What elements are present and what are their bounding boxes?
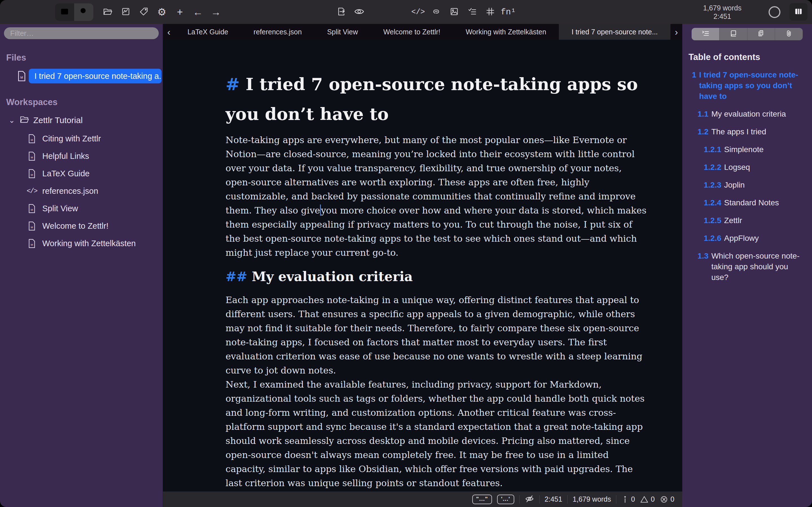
error-icon [660, 495, 668, 504]
stats-icon [121, 6, 131, 18]
document-tab[interactable]: LaTeX Guide [175, 24, 241, 40]
search-button[interactable] [74, 3, 93, 21]
workspace-file-row[interactable]: M </> Split View [27, 200, 163, 217]
sidebar-panel-icon [794, 6, 804, 17]
filter-input[interactable] [4, 27, 159, 39]
file-name: Citing with Zettlr [42, 134, 101, 144]
statusbar-divider [539, 495, 540, 504]
workspace-file-row[interactable]: M </> LaTeX Guide [27, 165, 163, 182]
preview-button[interactable] [350, 4, 368, 20]
toc-icon [701, 29, 710, 39]
open-file-row[interactable]: M I tried 7 open-source note-taking a... [17, 68, 163, 83]
workspace-file-row[interactable]: M </> references.json [27, 182, 163, 200]
markdown-file-icon: M [27, 133, 37, 145]
document-tab[interactable]: Working with Zettelkästen [453, 24, 559, 40]
tab-references[interactable] [719, 28, 748, 40]
paperclip-icon [784, 29, 793, 39]
insert-table-button[interactable] [481, 4, 499, 20]
insert-code-button[interactable]: </> [409, 4, 427, 20]
file-manager-toggle-button[interactable] [55, 3, 74, 21]
toc-item[interactable]: 1.2.1 Simplenote [689, 144, 804, 155]
tab-related-files[interactable] [748, 28, 775, 40]
workspace-file-row[interactable]: M </> Citing with Zettlr [27, 130, 163, 147]
tab-label: Split View [327, 28, 358, 36]
word-count-text: 1,679 words [703, 4, 742, 12]
export-icon [336, 6, 346, 18]
toc-item[interactable]: 1.3 Which open-source note-taking app sh… [689, 251, 804, 283]
toc-item-number: 1.2.1 [704, 144, 721, 155]
statusbar-divider [616, 495, 616, 504]
files-heading: Files [6, 53, 163, 63]
workspace-root-row[interactable]: ⌄ Zettlr Tutorial [8, 113, 163, 128]
stats-button[interactable] [117, 4, 135, 20]
toolbar-word-count: 1,679 words 2:451 [703, 0, 742, 24]
workspace-name: Zettlr Tutorial [33, 115, 83, 125]
diagnostics-info[interactable]: 0 [621, 495, 635, 504]
smart-quotes-single-button[interactable]: '...' [497, 495, 514, 504]
footnote-icon: fn¹ [501, 7, 516, 17]
toc-item[interactable]: 1.2 The apps I tried [689, 126, 804, 137]
markdown-file-icon: M [17, 70, 27, 82]
task-list-button[interactable] [463, 4, 481, 20]
insert-footnote-button[interactable]: fn¹ [499, 4, 517, 20]
plus-icon: + [177, 6, 183, 18]
workspace-file-row[interactable]: M </> Working with Zettelkästen [27, 235, 163, 252]
info-icon [621, 495, 629, 504]
insert-image-button[interactable] [445, 4, 463, 20]
settings-button[interactable]: ⚙ [153, 4, 171, 20]
insert-link-button[interactable] [427, 4, 445, 20]
export-button[interactable] [332, 4, 350, 20]
toggle-sidebar-button[interactable] [790, 3, 808, 20]
document-tab[interactable]: references.json [241, 24, 314, 40]
tabs-scroll-left-button[interactable]: ‹ [163, 24, 175, 40]
document-tab[interactable]: Split View [314, 24, 370, 40]
svg-text:M: M [31, 156, 33, 159]
toc-item[interactable]: 1.2.3 Joplin [689, 180, 804, 190]
tags-button[interactable] [135, 4, 153, 20]
toc-item-number: 1.2.3 [704, 180, 721, 190]
zettlr-window: ⚙ + ← → </> [0, 0, 812, 507]
open-workspace-button[interactable] [99, 4, 117, 20]
toc-item[interactable]: 1.1 My evaluation criteria [689, 109, 804, 119]
file-name: Helpful Links [42, 152, 89, 161]
toc-item[interactable]: 1.2.6 AppFlowy [689, 233, 804, 244]
smart-quotes-double-button[interactable]: "..." [472, 495, 492, 504]
toc-item[interactable]: 1.2.4 Standard Notes [689, 198, 804, 208]
eye-off-icon[interactable] [525, 494, 534, 505]
tab-table-of-contents[interactable] [692, 28, 719, 40]
toc-item[interactable]: 1.2.2 Logseq [689, 162, 804, 173]
pomodoro-timer-icon[interactable] [769, 6, 780, 18]
markdown-editor[interactable]: # I tried 7 open-source note-taking apps… [163, 40, 682, 492]
code-icon: </> [411, 8, 425, 16]
file-name: references.json [42, 186, 98, 196]
tabs-scroll-right-button[interactable]: › [670, 24, 682, 40]
svg-text:M: M [31, 208, 33, 211]
new-file-button[interactable]: + [171, 4, 189, 20]
search-icon [79, 6, 89, 18]
toc-item[interactable]: 1.2.5 Zettlr [689, 215, 804, 226]
workspaces-heading: Workspaces [6, 97, 163, 107]
toc-item-number: 1.1 [698, 109, 709, 119]
navigate-forward-button[interactable]: → [207, 4, 225, 20]
document-tab[interactable]: I tried 7 open-source note... [559, 24, 670, 40]
paragraph-criteria-1: Each app approaches note-taking in a uni… [225, 293, 649, 378]
arrow-right-icon: → [211, 6, 221, 18]
sidebar-panel-tabs [692, 28, 803, 40]
toc-item[interactable]: 1 I tried 7 open-source note-taking apps… [689, 69, 804, 102]
tab-attachments[interactable] [775, 28, 803, 40]
toc-item-number: 1.3 [698, 251, 709, 283]
tab-label: I tried 7 open-source note... [571, 28, 658, 36]
workspace-file-row[interactable]: M </> Welcome to Zettlr! [27, 217, 163, 235]
document-tab[interactable]: Welcome to Zettlr! [370, 24, 453, 40]
file-manager-sidebar: Files M I tried 7 open-source note-takin… [0, 24, 163, 507]
svg-text:M: M [31, 243, 33, 246]
chevron-down-icon[interactable]: ⌄ [8, 116, 16, 125]
selected-file-label: I tried 7 open-source note-taking a... [29, 69, 161, 83]
markdown-file-icon: M [27, 150, 37, 162]
diagnostics-warnings[interactable]: 0 [640, 495, 655, 504]
navigate-back-button[interactable]: ← [189, 4, 207, 20]
markdown-file-icon: M [27, 168, 37, 179]
workspace-file-row[interactable]: M </> Helpful Links [27, 147, 163, 165]
file-manager-icon [59, 6, 70, 18]
diagnostics-errors[interactable]: 0 [660, 495, 674, 504]
